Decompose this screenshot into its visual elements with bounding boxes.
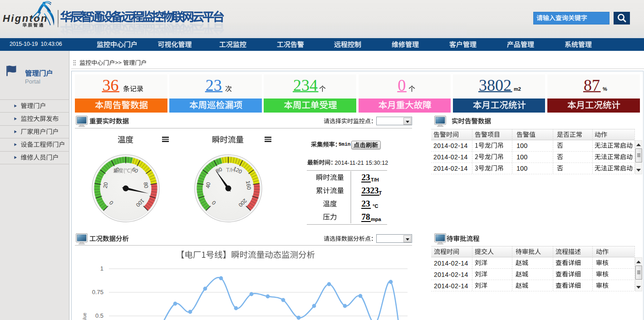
svg-text:40: 40 [205, 182, 212, 189]
svg-text:80: 80 [142, 182, 149, 189]
svg-text:20: 20 [102, 182, 109, 189]
svg-text:T/H: T/H [226, 167, 235, 173]
